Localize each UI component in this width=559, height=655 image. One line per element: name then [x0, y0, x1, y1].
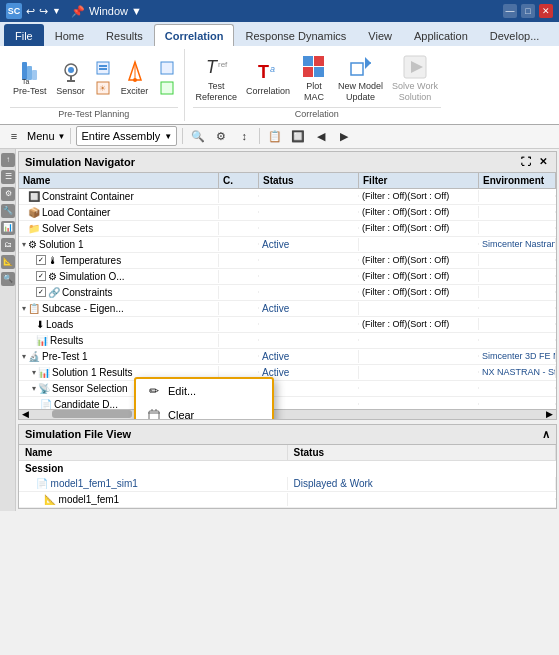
- sidebar-icon-1[interactable]: ↑: [1, 153, 15, 167]
- sidebar-icon-8[interactable]: 🔍: [1, 272, 15, 286]
- tree-row[interactable]: 📦 Load Container (Filter : Off)(Sort : O…: [19, 205, 556, 221]
- window-controls: — □ ✕: [503, 4, 553, 18]
- filter-btn3[interactable]: ↕: [234, 126, 254, 146]
- toolbar-sep1: [70, 128, 71, 144]
- file-panel-collapse[interactable]: ∧: [542, 428, 550, 441]
- exciter-button[interactable]: Exciter: [117, 56, 153, 99]
- filter-btn1[interactable]: 🔍: [188, 126, 208, 146]
- scroll-left-btn[interactable]: ◀: [19, 409, 32, 419]
- new-model-update-button[interactable]: New ModelUpdate: [335, 51, 386, 105]
- pretest-option1[interactable]: [92, 59, 114, 77]
- exciter-label: Exciter: [121, 86, 149, 97]
- tree-row[interactable]: ▾ 📊 Solution 1 Results Active NX NASTRAN…: [19, 365, 556, 381]
- svg-point-5: [68, 67, 74, 73]
- tree-row[interactable]: ▾ ⚙ Solution 1 Active Simcenter Nastran …: [19, 237, 556, 253]
- pretest-option2[interactable]: ☀: [92, 79, 114, 97]
- sidebar-icon-6[interactable]: 🗂: [1, 238, 15, 252]
- tree-row[interactable]: 📊 Results: [19, 333, 556, 349]
- tab-application[interactable]: Application: [403, 24, 479, 46]
- tree-row[interactable]: 🌡 Temperatures (Filter : Off)(Sort : Off…: [19, 253, 556, 269]
- tree-row[interactable]: 🔲 Constraint Container (Filter : Off)(So…: [19, 189, 556, 205]
- tree-body: 🔲 Constraint Container (Filter : Off)(So…: [19, 189, 556, 409]
- nav-expand-icon[interactable]: ⛶: [519, 155, 533, 169]
- sidebar-icon-3[interactable]: ⚙: [1, 187, 15, 201]
- edit-icon: ✏: [146, 383, 162, 399]
- tab-results[interactable]: Results: [95, 24, 154, 46]
- assembly-dropdown[interactable]: Entire Assembly ▼: [76, 126, 177, 146]
- ctx-edit[interactable]: ✏ Edit...: [136, 379, 272, 403]
- ribbon-content: Ta Pre-Test Sensor: [0, 46, 559, 125]
- tree-row[interactable]: 📄 Candidate D...: [19, 397, 556, 409]
- plot-mac-button[interactable]: PlotMAC: [296, 51, 332, 105]
- view-btn1[interactable]: 📋: [265, 126, 285, 146]
- file-status-cell: Displayed & Work: [288, 477, 557, 490]
- tree-row[interactable]: 🔗 Constraints (Filter : Off)(Sort : Off): [19, 285, 556, 301]
- menu-arrow[interactable]: ▼: [58, 132, 66, 141]
- pin-icon[interactable]: 📌: [71, 5, 85, 18]
- ctx-clear[interactable]: Clear: [136, 403, 272, 420]
- nav-forward[interactable]: ▶: [334, 126, 354, 146]
- redo-icon[interactable]: ↪: [39, 5, 48, 18]
- svg-rect-24: [303, 67, 313, 77]
- sidebar-icon-2[interactable]: ☰: [1, 170, 15, 184]
- tab-develop[interactable]: Develop...: [479, 24, 551, 46]
- test-reference-button[interactable]: T ref TestReference: [193, 51, 241, 105]
- toolbar-options[interactable]: ▼: [52, 6, 61, 16]
- horizontal-scrollbar[interactable]: ◀ ▶: [19, 409, 556, 419]
- solve-work-solution-button[interactable]: Solve WorkSolution: [389, 51, 441, 105]
- sidebar-icon-4[interactable]: 🔧: [1, 204, 15, 218]
- menu-button[interactable]: ≡: [4, 126, 24, 146]
- correlation-main-button[interactable]: T a Correlation: [243, 56, 293, 99]
- exciter-option2[interactable]: [156, 79, 178, 97]
- nav-close-icon[interactable]: ✕: [536, 155, 550, 169]
- file-row[interactable]: 📄 model1_fem1_sim1 Displayed & Work: [19, 476, 556, 492]
- minimize-button[interactable]: —: [503, 4, 517, 18]
- sidebar-icon-5[interactable]: 📊: [1, 221, 15, 235]
- tree-row[interactable]: ▾ 🔬 Pre-Test 1 Active Simcenter 3D FE Mo…: [19, 349, 556, 365]
- window-dropdown[interactable]: Window ▼: [89, 5, 142, 17]
- expand-sensor-selection[interactable]: ▾: [32, 384, 36, 393]
- tab-file[interactable]: File: [4, 24, 44, 46]
- sensor-button[interactable]: Sensor: [53, 56, 89, 99]
- title-bar-left: SC ↩ ↪ ▼ 📌 Window ▼: [6, 3, 142, 19]
- tab-response-dynamics[interactable]: Response Dynamics: [234, 24, 357, 46]
- file-name-cell2: 📐 model1_fem1: [19, 493, 288, 506]
- nav-back[interactable]: ◀: [311, 126, 331, 146]
- file-row[interactable]: 📐 model1_fem1: [19, 492, 556, 508]
- col-filter: Filter: [359, 173, 479, 188]
- undo-icon[interactable]: ↩: [26, 5, 35, 18]
- scroll-thumb[interactable]: [52, 410, 132, 418]
- pretest-buttons: Ta Pre-Test Sensor: [10, 51, 178, 105]
- sim-icon: ⚙: [48, 271, 57, 282]
- tree-row[interactable]: ⬇ Loads (Filter : Off)(Sort : Off): [19, 317, 556, 333]
- view-btn2[interactable]: 🔲: [288, 126, 308, 146]
- constraints-checkbox[interactable]: [36, 287, 46, 297]
- tab-correlation[interactable]: Correlation: [154, 24, 235, 46]
- temp-checkbox[interactable]: [36, 255, 46, 265]
- close-button[interactable]: ✕: [539, 4, 553, 18]
- tree-row[interactable]: ▾ 📡 Sensor Selection: [19, 381, 556, 397]
- expand-solution1[interactable]: ▾: [22, 240, 26, 249]
- maximize-button[interactable]: □: [521, 4, 535, 18]
- tree-row[interactable]: 📁 Solver Sets (Filter : Off)(Sort : Off): [19, 221, 556, 237]
- scroll-right-btn[interactable]: ▶: [543, 409, 556, 419]
- expand-pretest1[interactable]: ▾: [22, 352, 26, 361]
- sim-checkbox[interactable]: [36, 271, 46, 281]
- pre-test-button[interactable]: Ta Pre-Test: [10, 56, 50, 99]
- row-solver-name: 📁 Solver Sets: [19, 222, 219, 235]
- row-simulation-name: ⚙ Simulation O...: [19, 270, 219, 283]
- tree-row[interactable]: ⚙ Simulation O... (Filter : Off)(Sort : …: [19, 269, 556, 285]
- filter-btn2[interactable]: ⚙: [211, 126, 231, 146]
- menu-label[interactable]: Menu: [27, 130, 55, 142]
- svg-rect-26: [351, 63, 363, 75]
- tab-view[interactable]: View: [357, 24, 403, 46]
- exciter-option1[interactable]: [156, 59, 178, 77]
- tree-row[interactable]: ▾ 📋 Subcase - Eigen... Active: [19, 301, 556, 317]
- expand-subcase[interactable]: ▾: [22, 304, 26, 313]
- exciter-small-icon1: [159, 60, 175, 76]
- tab-home[interactable]: Home: [44, 24, 95, 46]
- pretest-small-icon2: ☀: [95, 80, 111, 96]
- loads-icon: ⬇: [36, 319, 44, 330]
- sidebar-icon-7[interactable]: 📐: [1, 255, 15, 269]
- expand-sol1results[interactable]: ▾: [32, 368, 36, 377]
